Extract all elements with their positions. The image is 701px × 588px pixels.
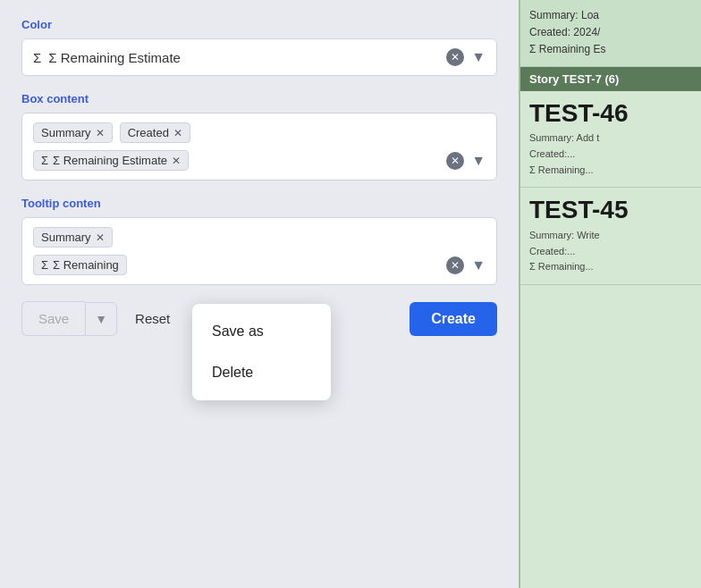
tooltip-tag-summary-text: Summary [41,231,91,244]
tooltip-tag-summary-remove[interactable]: ✕ [96,231,105,244]
save-chevron-button[interactable]: ▼ [85,302,117,336]
box-content-section: Box content Summary ✕ Created ✕ Σ Σ Rem [21,92,497,181]
tag-sigma-text: Σ Remaining Estimate [53,154,167,167]
story-meta-1: Summary: Add t Created:... Σ Remaining..… [529,130,692,178]
left-panel: Color Σ Σ Remaining Estimate ✕ ▼ Box con… [0,0,519,588]
tag-summary-text: Summary [41,126,91,139]
tooltip-sigma-text: Σ Remaining [53,258,119,272]
create-button[interactable]: Create [410,302,497,336]
right-panel: Summary: Loa Created: 2024/ Σ Remaining … [519,0,701,588]
tag-created: Created ✕ [120,122,190,143]
tag-sigma-remove[interactable]: ✕ [172,155,181,167]
right-top-info: Summary: Loa Created: 2024/ Σ Remaining … [520,0,701,67]
save-as-menu-item[interactable]: Save as [192,311,331,352]
tag-summary: Summary ✕ [33,122,113,143]
color-field-box: Σ Σ Remaining Estimate ✕ ▼ [21,38,497,76]
tag-created-text: Created [128,126,169,139]
story-created-2: Created:... [529,244,692,260]
story-meta-2: Summary: Write Created:... Σ Remaining..… [529,228,692,275]
story-id-1: TEST-46 [529,100,692,128]
tag-sigma-icon: Σ [41,154,48,167]
color-clear-button[interactable]: ✕ [446,48,464,66]
tag-created-remove[interactable]: ✕ [173,127,182,139]
tag-summary-remove[interactable]: ✕ [96,127,105,139]
save-button[interactable]: Save [21,301,85,336]
dropdown-menu: Save as Delete [192,304,331,400]
story-id-2: TEST-45 [529,197,692,224]
tooltip-sigma-row: Σ Σ Remaining ✕ ▼ [33,255,486,275]
color-label: Color [21,18,497,31]
tooltip-tag-summary: Summary ✕ [33,227,113,248]
tooltip-tags-box: Summary ✕ Σ Σ Remaining ✕ ▼ [21,217,497,285]
story-header: Story TEST-7 (6) [520,67,701,91]
story-summary-1: Summary: Add t [529,130,692,147]
story-created-1: Created:... [529,147,692,163]
color-chevron-icon[interactable]: ▼ [471,49,486,65]
right-top-sigma: Σ Remaining Es [529,41,692,58]
story-sigma-1: Σ Remaining... [529,163,692,179]
color-sigma-icon: Σ [33,50,41,65]
tag-sigma-remaining: Σ Σ Remaining Estimate ✕ [33,150,189,171]
tooltip-chevron-icon[interactable]: ▼ [471,257,486,273]
story-card-1: TEST-46 Summary: Add t Created:... Σ Rem… [520,91,701,189]
tooltip-clear-button[interactable]: ✕ [446,256,464,274]
right-top-created: Created: 2024/ [529,24,692,41]
box-content-chevron-icon[interactable]: ▼ [471,153,486,169]
story-sigma-2: Σ Remaining... [529,259,692,275]
delete-menu-item[interactable]: Delete [192,352,331,393]
box-content-sigma-row: Σ Σ Remaining Estimate ✕ ✕ ▼ [33,150,486,171]
tooltip-section: Tooltip conten Summary ✕ Σ Σ Remaining ✕ [21,197,497,285]
tooltip-tags-row: Summary ✕ [33,227,486,248]
box-content-tags-box: Summary ✕ Created ✕ Σ Σ Remaining Estima… [21,113,497,181]
story-card-2: TEST-45 Summary: Write Created:... Σ Rem… [520,188,701,285]
color-section: Color Σ Σ Remaining Estimate ✕ ▼ [21,18,497,76]
box-content-label: Box content [21,92,497,105]
color-field-text: Σ Remaining Estimate [48,50,181,65]
box-content-clear-button[interactable]: ✕ [446,152,464,170]
tooltip-sigma-icon: Σ [41,258,48,272]
box-content-tags-row: Summary ✕ Created ✕ [33,122,486,143]
color-field-inner: Σ Σ Remaining Estimate [33,50,446,65]
reset-button[interactable]: Reset [117,302,188,335]
tooltip-tag-sigma: Σ Σ Remaining [33,255,127,275]
story-summary-2: Summary: Write [529,228,692,244]
right-top-summary: Summary: Loa [529,7,692,24]
tooltip-label: Tooltip conten [21,197,497,210]
